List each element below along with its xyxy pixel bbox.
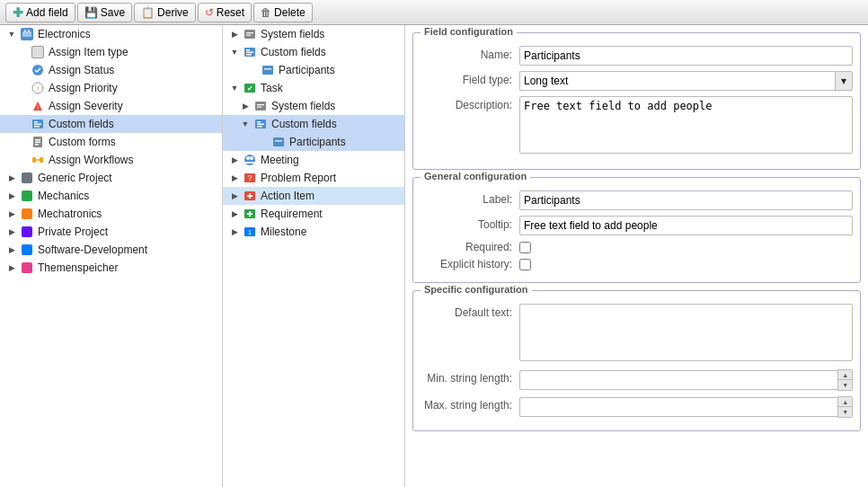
field-type-row: Field type: ▾	[421, 71, 853, 91]
add-field-label: Add field	[26, 6, 68, 19]
expand-problem-report-arrow[interactable]: ▶	[230, 173, 239, 182]
mid-action-item-label: Action Item	[261, 190, 314, 202]
max-string-input[interactable]	[519, 397, 837, 417]
expand-software-arrow[interactable]: ▶	[7, 245, 16, 254]
delete-button[interactable]: 🗑 Delete	[253, 3, 313, 22]
expand-generic-arrow[interactable]: ▶	[7, 173, 16, 182]
general-configuration-section: General configuration Label: Tooltip:	[412, 177, 861, 283]
mid-action-item[interactable]: ▶ Action Item	[223, 187, 404, 205]
explicit-history-checkbox[interactable]	[519, 259, 531, 270]
left-software-development[interactable]: ▶ Software-Development	[0, 241, 222, 259]
system-fields-task-icon	[253, 99, 268, 113]
description-textarea[interactable]: Free text field to add people	[519, 96, 853, 154]
left-mechanics[interactable]: ▶ Mechanics	[0, 187, 222, 205]
min-string-down-button[interactable]: ▼	[838, 380, 853, 390]
mid-milestone[interactable]: ▶ 1 Milestone	[223, 223, 404, 241]
tooltip-input[interactable]	[519, 216, 853, 235]
expand-requirement-arrow[interactable]: ▶	[230, 209, 239, 218]
tree-root-electronics[interactable]: ▼ Electronics	[0, 25, 222, 43]
field-config-title: Field configuration	[421, 26, 517, 37]
svg-rect-36	[257, 126, 262, 128]
mid-meeting-label: Meeting	[261, 154, 299, 166]
expand-meeting-arrow[interactable]: ▶	[230, 155, 239, 164]
mid-custom-fields-task[interactable]: ▼ Custom fields	[223, 115, 404, 133]
left-assign-item-type[interactable]: Assign Item type	[0, 43, 222, 61]
add-field-button[interactable]: ✚ Add field	[5, 3, 75, 22]
expand-themenspeicher-arrow[interactable]: ▶	[7, 263, 16, 272]
min-string-up-button[interactable]: ▲	[838, 370, 853, 380]
max-string-up-button[interactable]: ▲	[838, 397, 853, 407]
expand-mechanics-arrow[interactable]: ▶	[7, 191, 16, 200]
left-assign-workflows[interactable]: Assign Workflows	[0, 151, 222, 169]
left-private-project[interactable]: ▶ Private Project	[0, 223, 222, 241]
expand-milestone-arrow[interactable]: ▶	[230, 227, 239, 236]
default-text-row: Default text:	[421, 304, 853, 364]
expand-system-fields-task-arrow[interactable]: ▶	[241, 102, 250, 111]
max-string-input-container: ▲ ▼	[519, 396, 853, 418]
themenspeicher-label: Themenspeicher	[38, 261, 118, 274]
reset-icon: ↺	[205, 6, 214, 19]
mid-meeting[interactable]: ▶ Meeting	[223, 151, 404, 169]
name-input-container	[519, 46, 853, 66]
expand-electronics-arrow[interactable]: ▼	[7, 30, 16, 39]
min-string-spinner: ▲ ▼	[519, 369, 853, 391]
mid-custom-fields-top[interactable]: ▼ Custom fields	[223, 43, 404, 61]
derive-button[interactable]: 📋 Derive	[134, 3, 196, 22]
default-text-textarea[interactable]	[519, 304, 853, 361]
left-custom-forms[interactable]: Custom forms	[0, 133, 222, 151]
mid-system-fields-top[interactable]: ▶ System fields	[223, 25, 404, 43]
expand-action-item-arrow[interactable]: ▶	[230, 191, 239, 200]
mid-problem-report[interactable]: ▶ ? Problem Report	[223, 169, 404, 187]
left-assign-priority[interactable]: ! Assign Priority	[0, 79, 222, 97]
svg-rect-21	[246, 35, 251, 36]
mid-system-fields-task[interactable]: ▶ System fields	[223, 97, 404, 115]
general-label-label: Label:	[421, 190, 519, 206]
mid-requirement[interactable]: ▶ Requirement	[223, 205, 404, 223]
general-label-input-container	[519, 190, 853, 210]
left-generic-project[interactable]: ▶ Generic Project	[0, 169, 222, 187]
assign-priority-icon: !	[31, 81, 45, 95]
field-type-input[interactable]	[519, 71, 835, 91]
left-assign-status[interactable]: Assign Status	[0, 61, 222, 79]
svg-rect-27	[264, 68, 271, 70]
expand-system-fields-top-arrow[interactable]: ▶	[230, 30, 239, 39]
mid-participants-task-label: Participants	[289, 136, 346, 148]
required-checkbox[interactable]	[519, 242, 531, 253]
max-string-spinner: ▲ ▼	[519, 396, 853, 418]
tooltip-label: Tooltip:	[421, 216, 519, 231]
expand-task-arrow[interactable]: ▼	[230, 84, 239, 93]
mid-participants-task[interactable]: Participants	[223, 133, 404, 151]
svg-rect-19	[244, 30, 255, 39]
derive-icon: 📋	[141, 6, 155, 19]
left-custom-fields[interactable]: Custom fields	[0, 115, 222, 133]
expand-custom-fields-top-arrow[interactable]: ▼	[230, 48, 239, 57]
left-themenspeicher[interactable]: ▶ Themenspeicher	[0, 259, 222, 277]
svg-rect-37	[273, 137, 284, 146]
private-project-icon	[20, 225, 34, 239]
save-button[interactable]: 💾 Save	[77, 3, 132, 22]
svg-rect-35	[257, 124, 264, 126]
mid-task[interactable]: ▼ ✔ Task	[223, 79, 404, 97]
mid-milestone-label: Milestone	[261, 226, 306, 238]
svg-point-39	[244, 155, 255, 165]
expand-custom-fields-task-arrow[interactable]: ▼	[241, 120, 250, 128]
expand-mechatronics-arrow[interactable]: ▶	[7, 209, 16, 218]
max-string-down-button[interactable]: ▼	[838, 407, 853, 417]
reset-button[interactable]: ↺ Reset	[198, 3, 252, 22]
left-mechatronics[interactable]: ▶ Mechatronics	[0, 205, 222, 223]
svg-rect-0	[22, 31, 31, 37]
mid-requirement-label: Requirement	[261, 208, 323, 220]
assign-workflows-label: Assign Workflows	[49, 154, 133, 166]
min-string-input[interactable]	[519, 370, 837, 390]
mid-participants-top-label: Participants	[279, 64, 335, 76]
svg-rect-20	[246, 32, 253, 33]
field-type-dropdown-button[interactable]: ▾	[835, 71, 853, 91]
left-assign-severity[interactable]: ! Assign Severity	[0, 97, 222, 115]
expand-private-arrow[interactable]: ▶	[7, 227, 16, 236]
name-input[interactable]	[519, 46, 853, 66]
general-label-input[interactable]	[519, 190, 853, 210]
mid-participants-top[interactable]: Participants	[223, 61, 404, 79]
svg-text:?: ?	[247, 173, 252, 182]
toolbar: ✚ Add field 💾 Save 📋 Derive ↺ Reset 🗑 De…	[0, 0, 868, 25]
general-config-title: General configuration	[421, 171, 530, 182]
